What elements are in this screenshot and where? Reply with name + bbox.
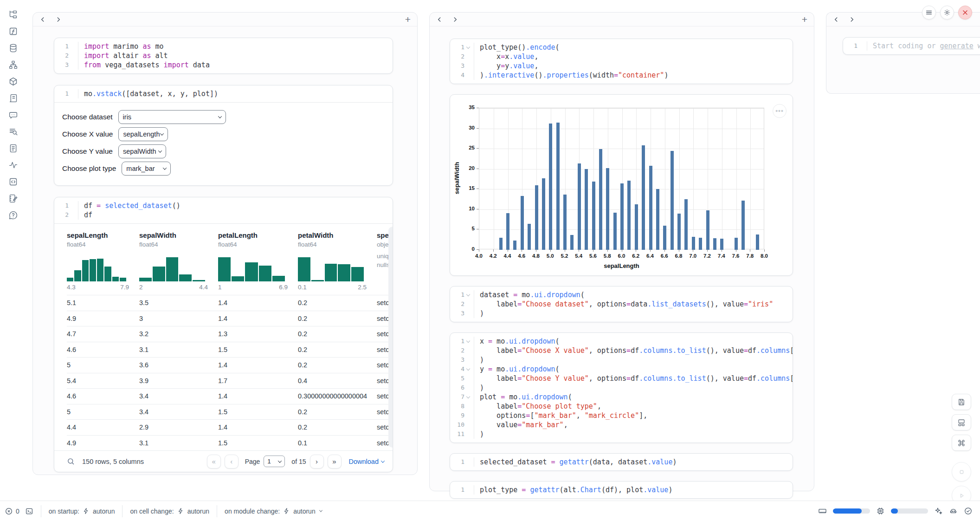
chart-bar[interactable] xyxy=(656,189,659,250)
chart-bar[interactable] xyxy=(513,241,516,250)
add-cell-button-middle[interactable]: + xyxy=(802,14,807,24)
generate-with-ai-link[interactable]: generate xyxy=(940,42,974,50)
column-right-next-icon[interactable] xyxy=(849,16,855,23)
keyboard-shortcuts-button[interactable] xyxy=(952,435,971,451)
chart-bar[interactable] xyxy=(613,213,617,250)
code-cell-selected-dataset[interactable]: 1selected_dataset = getattr(data, datase… xyxy=(450,453,793,471)
code-line[interactable]: 1mo.vstack([dataset, x, y, plot]) xyxy=(54,89,393,98)
chart-bar[interactable] xyxy=(627,181,631,250)
table-row[interactable]: 4.63.11.50.2setos xyxy=(67,342,390,358)
runtime-config-item[interactable]: on module change:autorun xyxy=(225,508,322,515)
chart-bar[interactable] xyxy=(642,145,645,250)
code-line[interactable]: 1plot_type = getattr(alt.Chart(df), plot… xyxy=(450,485,793,495)
chart-bar[interactable] xyxy=(677,214,681,250)
empty-code-cell[interactable]: 1 Start coding or generate with xyxy=(843,37,980,55)
code-cell-plot[interactable]: 1plot_type().encode(2 x=x.value,3 y=y.va… xyxy=(450,39,793,84)
menu-button[interactable] xyxy=(922,6,936,20)
fold-chevron-icon[interactable] xyxy=(466,367,471,371)
scratchpad-icon[interactable] xyxy=(8,193,18,203)
code-cell-vstack[interactable]: 1mo.vstack([dataset, x, y, plot]) Choose… xyxy=(54,85,393,186)
next-page-button[interactable]: › xyxy=(310,455,324,469)
column-middle-next-icon[interactable] xyxy=(452,16,458,23)
snippets-icon[interactable] xyxy=(8,176,18,187)
prev-page-button[interactable]: ‹ xyxy=(225,455,239,469)
chart-bar[interactable] xyxy=(549,124,552,250)
table-row[interactable]: 53.41.50.2setos xyxy=(67,404,390,420)
download-button[interactable]: Download xyxy=(349,458,385,465)
code-line[interactable]: 1x = mo.ui.dropdown( xyxy=(450,337,793,346)
code-line[interactable]: 2 label="Choose X value", options=df.col… xyxy=(450,346,793,355)
table-column-header[interactable]: sepalWidthfloat6424.4 xyxy=(139,230,218,291)
code-line[interactable]: 3) xyxy=(450,355,793,365)
dropdown-select[interactable]: sepalWidth xyxy=(118,144,166,158)
dropdown-select[interactable]: sepalLength xyxy=(118,127,168,141)
chart-bar[interactable] xyxy=(741,201,745,250)
table-column-header[interactable]: speciobjecuniqunulls: xyxy=(377,230,390,291)
chart-bar[interactable] xyxy=(585,169,588,250)
chart-bar[interactable] xyxy=(563,195,567,250)
code-line[interactable]: 1selected_dataset = getattr(data, datase… xyxy=(450,457,793,467)
save-button[interactable] xyxy=(952,394,971,410)
chart-bar[interactable] xyxy=(521,196,524,250)
datasources-icon[interactable] xyxy=(8,43,18,53)
table-column-header[interactable]: sepalLengthfloat644.37.9 xyxy=(67,230,139,291)
table-row[interactable]: 4.931.40.2setos xyxy=(67,311,390,326)
code-line[interactable]: 1plot_type().encode( xyxy=(450,43,793,52)
close-button[interactable] xyxy=(958,6,972,20)
code-line[interactable]: 1dataset = mo.ui.dropdown( xyxy=(450,290,793,300)
chart-bar[interactable] xyxy=(592,182,595,250)
terminal-button[interactable] xyxy=(25,507,33,515)
column-left-prev-icon[interactable] xyxy=(39,16,46,23)
chart-bar[interactable] xyxy=(635,204,638,250)
fold-chevron-icon[interactable] xyxy=(466,293,471,297)
column-middle-prev-icon[interactable] xyxy=(436,16,443,23)
code-cell-plot-type[interactable]: 1plot_type = getattr(alt.Chart(df), plot… xyxy=(450,481,793,499)
first-page-button[interactable]: « xyxy=(207,455,221,469)
runtime-config-item[interactable]: on startup:autorun xyxy=(49,508,115,515)
table-scrollbar[interactable] xyxy=(388,227,393,448)
code-cell-xy-dropdowns[interactable]: 1x = mo.ui.dropdown(2 label="Choose X va… xyxy=(450,332,793,443)
code-line[interactable]: 9 options=["mark_bar", "mark_circle"], xyxy=(450,411,793,420)
code-line[interactable]: 2 x=x.value, xyxy=(450,52,793,61)
fold-chevron-icon[interactable] xyxy=(466,45,471,50)
errors-indicator[interactable]: 0 xyxy=(5,507,19,515)
chart-bar[interactable] xyxy=(499,238,503,250)
outline-icon[interactable] xyxy=(8,93,18,103)
table-row[interactable]: 4.63.41.40.30000000000000004setos xyxy=(67,388,390,404)
dependency-graph-icon[interactable] xyxy=(8,59,18,70)
chart-bar[interactable] xyxy=(535,185,538,250)
chart-bar[interactable] xyxy=(713,238,716,250)
settings-button[interactable] xyxy=(940,6,954,20)
table-row[interactable]: 53.61.40.2setos xyxy=(67,357,390,373)
column-left-next-icon[interactable] xyxy=(55,16,62,23)
copilot-button[interactable] xyxy=(949,507,958,515)
code-line[interactable]: 6) xyxy=(450,383,793,392)
table-column-header[interactable]: petalWidthfloat640.12.5 xyxy=(298,230,377,291)
code-line[interactable]: 7plot = mo.ui.dropdown( xyxy=(450,392,793,402)
add-cell-button-left[interactable]: + xyxy=(405,14,411,24)
code-cell-dataframe[interactable]: 1df = selected_dataset()2df sepalLengthf… xyxy=(54,197,393,472)
search-icon[interactable] xyxy=(67,457,75,465)
packages-icon[interactable] xyxy=(8,76,18,86)
chart-bar[interactable] xyxy=(528,224,531,250)
stop-button[interactable] xyxy=(952,462,971,482)
chart-bar[interactable] xyxy=(720,239,723,250)
code-line[interactable]: 11) xyxy=(450,430,793,439)
chart-bar[interactable] xyxy=(542,178,545,250)
code-line[interactable]: 2import altair as alt xyxy=(54,51,393,60)
runtime-config-item[interactable]: on cell change:autorun xyxy=(130,508,209,515)
chart-bar[interactable] xyxy=(599,149,602,250)
code-line[interactable]: 1df = selected_dataset() xyxy=(54,201,393,210)
code-line[interactable]: 2df xyxy=(54,210,393,220)
layout-button[interactable] xyxy=(952,414,971,430)
chart-bar[interactable] xyxy=(606,168,609,250)
table-row[interactable]: 5.43.91.70.4setos xyxy=(67,373,390,389)
page-select[interactable]: 1 xyxy=(264,456,285,467)
chart-bar[interactable] xyxy=(578,163,581,250)
chart-bar[interactable] xyxy=(735,238,738,250)
chart-bar[interactable] xyxy=(506,213,509,250)
code-line[interactable]: 5 label="Choose Y value", options=df.col… xyxy=(450,374,793,383)
ai-sparkles-button[interactable] xyxy=(934,507,943,515)
last-page-button[interactable]: » xyxy=(328,455,342,469)
code-line[interactable]: 3from vega_datasets import data xyxy=(54,60,393,70)
